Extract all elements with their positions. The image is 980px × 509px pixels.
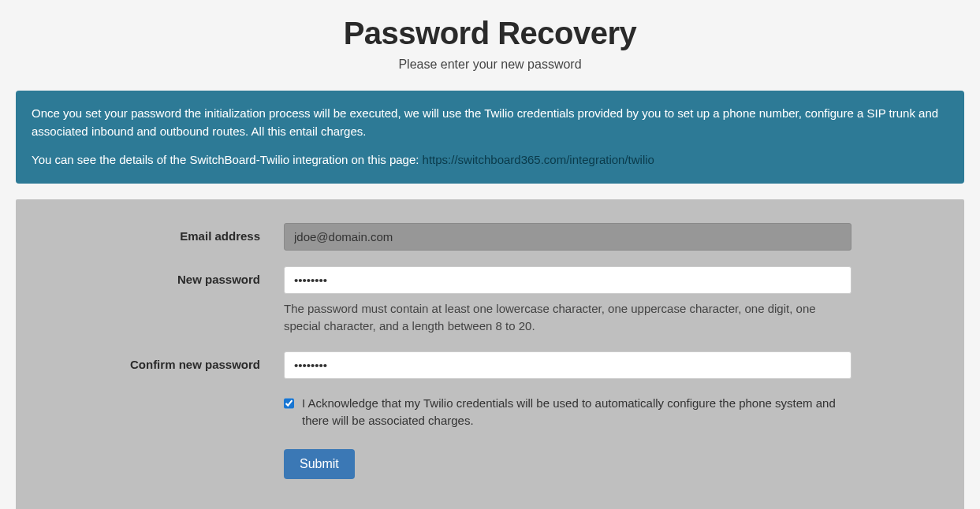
confirm-password-label: Confirm new password bbox=[63, 351, 284, 371]
acknowledge-label: I Acknowledge that my Twilio credentials… bbox=[302, 395, 851, 430]
banner-link[interactable]: https://switchboard365.com/integration/t… bbox=[423, 153, 654, 166]
form-panel: Email address New password The password … bbox=[16, 199, 964, 510]
page-subtitle: Please enter your new password bbox=[16, 58, 964, 72]
email-label: Email address bbox=[63, 223, 284, 243]
acknowledge-checkbox[interactable] bbox=[284, 398, 294, 409]
info-banner: Once you set your password the initializ… bbox=[16, 91, 964, 184]
page-title: Password Recovery bbox=[16, 16, 964, 51]
confirm-password-field[interactable] bbox=[284, 351, 851, 379]
password-help-text: The password must contain at least one l… bbox=[284, 300, 851, 336]
banner-paragraph-2: You can see the details of the SwitchBoa… bbox=[32, 151, 948, 169]
new-password-field[interactable] bbox=[284, 266, 851, 294]
new-password-label: New password bbox=[63, 266, 284, 286]
banner-paragraph-1: Once you set your password the initializ… bbox=[32, 105, 948, 140]
banner-paragraph-2-prefix: You can see the details of the SwitchBoa… bbox=[32, 153, 423, 166]
email-field bbox=[284, 223, 851, 251]
submit-button[interactable]: Submit bbox=[284, 449, 355, 479]
